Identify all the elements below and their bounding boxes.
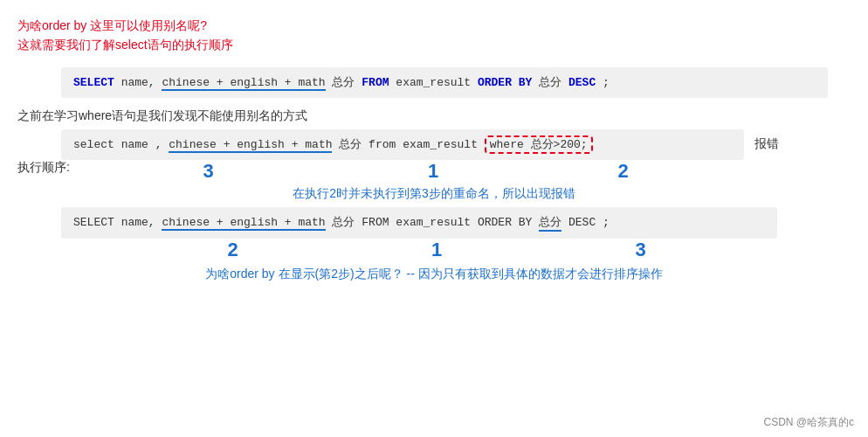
code1-alias: 总分 (332, 76, 362, 89)
num3-3-label: 3 (636, 239, 646, 260)
main-container: 为啥order by 这里可以使用别名呢? 这就需要我们了解select语句的执… (0, 0, 868, 437)
num1-label: 1 (428, 160, 438, 182)
num-3-left: 3 (203, 160, 214, 183)
kw-desc3: DESC (568, 216, 596, 229)
annotation-row-3: 2 1 3 (61, 239, 777, 261)
exec-order-label: 执行顺序: (17, 160, 70, 176)
num-1-mid: 1 (428, 160, 438, 183)
code1-cols: chinese + english + math (162, 76, 325, 91)
code2-table: exam_result (403, 138, 485, 151)
code-block-1: SELECT name, chinese + english + math 总分… (61, 67, 828, 98)
num2-label: 2 (617, 160, 628, 182)
kw-where: where (490, 138, 524, 151)
code2-cols: chinese + english + math (169, 138, 332, 153)
code-block-2: select name , chinese + english + math 总… (61, 129, 744, 160)
kw-from3: FROM (362, 216, 389, 229)
annotation-row-2: 执行顺序: 3 1 2 (61, 160, 744, 183)
kw-select3: SELECT (73, 216, 114, 229)
question-block: 为啥order by 这里可以使用别名呢? 这就需要我们了解select语句的执… (17, 16, 851, 55)
kw-order1: ORDER BY (478, 76, 532, 89)
where-highlight: where 总分>200; (485, 135, 593, 154)
code2-row: select name , chinese + english + math 总… (17, 129, 851, 160)
num-2-right: 2 (617, 160, 628, 183)
explain-text: 在执行2时并未执行到第3步的重命名，所以出现报错 (17, 186, 851, 202)
num-1-mid3: 1 (431, 239, 442, 261)
code3-name: name, (121, 216, 162, 229)
code1-orderby: 总分 (539, 76, 568, 89)
kw-select: SELECT (73, 76, 114, 89)
kw-select2: select (73, 138, 114, 151)
code3-cols: chinese + english + math (162, 216, 325, 231)
num2-3-label: 2 (228, 239, 238, 260)
code3-orderby: 总分 (539, 214, 561, 232)
num1-3-label: 1 (431, 239, 442, 260)
num-3-right3: 3 (636, 239, 646, 261)
watermark: CSDN @哈茶真的c (763, 415, 854, 430)
kw-order3: ORDER BY (478, 216, 532, 229)
question-line2: 这就需要我们了解select语句的执行顺序 (17, 35, 851, 54)
code3-semi: ; (603, 216, 610, 229)
code1-semi: ; (603, 76, 610, 89)
baocuo-label: 报错 (754, 136, 779, 152)
question-line1: 为啥order by 这里可以使用别名呢? (17, 16, 851, 35)
code2-alias: 总分 (339, 138, 369, 151)
code3-table: exam_result (396, 216, 478, 229)
code-block-3: SELECT name, chinese + english + math 总分… (61, 207, 777, 239)
num3-label: 3 (203, 160, 214, 182)
code1-name: name, (121, 76, 162, 89)
code2-name: name , (121, 138, 162, 151)
kw-from2: from (369, 138, 396, 151)
code3-alias: 总分 (332, 216, 362, 229)
num-2-left3: 2 (228, 239, 238, 261)
code3-section: SELECT name, chinese + english + math 总分… (17, 207, 851, 261)
mid-text: 之前在学习where语句是我们发现不能使用别名的方式 (17, 108, 851, 124)
kw-desc1: DESC (568, 76, 596, 89)
code2-section: select name , chinese + english + math 总… (17, 129, 851, 183)
bottom-question: 为啥order by 在显示(第2步)之后呢？ -- 因为只有获取到具体的数据才… (17, 267, 851, 282)
code2-where-cond: 总分>200; (531, 138, 588, 151)
kw-from1: FROM (362, 76, 389, 89)
code1-table: exam_result (396, 76, 478, 89)
